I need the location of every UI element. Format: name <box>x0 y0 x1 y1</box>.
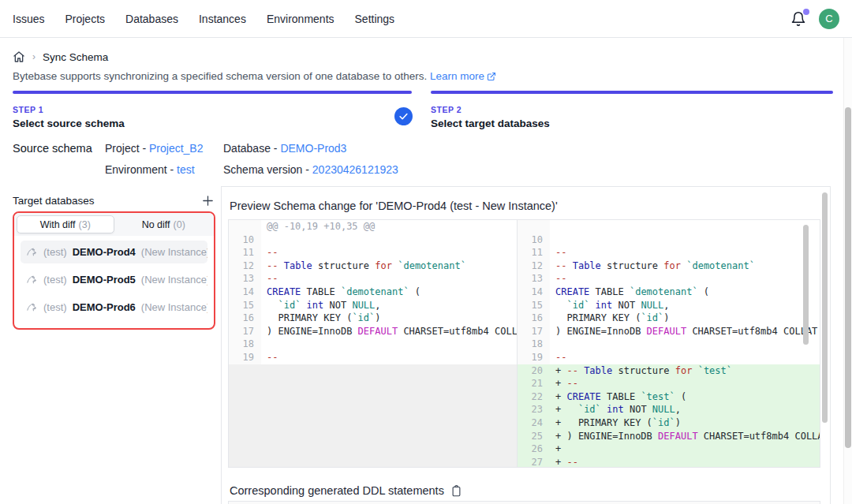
schema-version-link[interactable]: 20230426121923 <box>312 163 398 176</box>
step2-title: Select target databases <box>431 118 550 129</box>
db-env: (test) <box>43 274 67 286</box>
diff-line: 22+ CREATE TABLE `test` ( <box>518 390 820 404</box>
source-schema-label: Source schema <box>13 142 92 155</box>
diff-empty-region <box>229 364 517 467</box>
home-icon[interactable] <box>13 50 25 63</box>
db-name: DEMO-Prod5 <box>73 274 136 286</box>
diff-tabs: With diff (3) No diff (0) <box>14 213 214 236</box>
target-databases-title: Target databases <box>13 195 95 207</box>
diff-line: 11-- <box>229 246 517 259</box>
diff-line: 12-- Table structure for `demotenant` <box>229 259 517 273</box>
ddl-code-block-top <box>228 501 820 504</box>
nav-item-issues[interactable]: Issues <box>13 13 44 25</box>
diff-line: 17) ENGINE=InnoDB DEFAULT CHARSET=utf8mb… <box>518 325 820 338</box>
project-label: Project - <box>105 142 149 155</box>
tab-no-diff[interactable]: No diff (0) <box>116 215 212 233</box>
ddl-section-title: Corresponding generated DDL statements <box>230 484 462 497</box>
mysql-icon <box>26 301 38 313</box>
database-link[interactable]: DEMO-Prod3 <box>280 142 346 155</box>
avatar[interactable]: C <box>819 9 839 29</box>
diff-line: 18 <box>518 338 820 351</box>
source-database-field: Database - DEMO-Prod3 <box>223 142 346 155</box>
breadcrumb: › Sync Schema <box>13 50 108 63</box>
db-env: (test) <box>43 301 67 313</box>
mysql-icon <box>26 246 38 258</box>
diff-line: 12-- Table structure for `demotenant` <box>518 259 820 273</box>
diff-line: 21+ -- <box>518 377 820 390</box>
diff-line: 17) ENGINE=InnoDB DEFAULT CHARSET=utf8mb… <box>229 325 517 338</box>
db-item-demo-prod6[interactable]: (test)DEMO-Prod6(New Instance) <box>21 296 207 319</box>
intro-description: Bytebase supports synchronizing a specif… <box>13 70 427 82</box>
source-project-field: Project - Project_B2 <box>105 142 204 155</box>
diff-line: 26+ <box>518 442 820 456</box>
diff-pane-scrollbar[interactable] <box>803 225 809 345</box>
nav-item-instances[interactable]: Instances <box>199 13 246 25</box>
card-scrollbar[interactable] <box>822 192 828 423</box>
nav-item-settings[interactable]: Settings <box>355 13 395 25</box>
page-scrollbar-track <box>843 38 852 504</box>
project-link[interactable]: Project_B2 <box>149 142 203 155</box>
diff-line: 11-- <box>518 246 820 259</box>
learn-more-link[interactable]: Learn more <box>430 70 484 82</box>
intro-text: Bytebase supports synchronizing a specif… <box>13 70 496 84</box>
step1-title: Select source schema <box>13 118 125 129</box>
db-suffix: (New Instance) <box>141 301 207 313</box>
environment-link[interactable]: test <box>177 163 195 176</box>
navbar-right: C <box>790 9 839 29</box>
external-link-icon <box>487 72 496 84</box>
diff-line <box>518 220 820 233</box>
diff-line: 23+ `id` int NOT NULL, <box>518 403 820 416</box>
tab-no-diff-count: (0) <box>174 219 185 230</box>
preview-title: Preview Schema change for 'DEMO-Prod4 (t… <box>230 200 558 212</box>
target-databases-header: Target databases <box>13 192 215 208</box>
db-suffix: (New Instance) <box>141 274 207 286</box>
notification-dot <box>803 9 809 15</box>
diff-line: 15 `id` int NOT NULL, <box>229 299 517 312</box>
page-scrollbar-thumb[interactable] <box>845 107 851 448</box>
diff-line: 25+ ) ENGINE=InnoDB DEFAULT CHARSET=utf8… <box>518 430 820 443</box>
notification-bell-icon[interactable] <box>790 11 806 27</box>
source-environment-field: Environment - test <box>105 163 195 176</box>
step2-progress-bar <box>431 91 833 94</box>
copy-icon[interactable] <box>450 485 462 497</box>
target-database-list: (test)DEMO-Prod4(New Instance)(test)DEMO… <box>14 241 214 319</box>
breadcrumb-page-title: Sync Schema <box>43 51 108 63</box>
diff-line: 24+ PRIMARY KEY (`id`) <box>518 416 820 430</box>
tab-with-diff-count: (3) <box>79 219 91 230</box>
diff-line: 20+ -- Table structure for `test` <box>518 364 820 378</box>
ddl-title-text: Corresponding generated DDL statements <box>230 484 444 497</box>
tab-with-diff[interactable]: With diff (3) <box>17 215 114 233</box>
db-item-demo-prod4[interactable]: (test)DEMO-Prod4(New Instance) <box>21 241 207 263</box>
nav-item-projects[interactable]: Projects <box>65 13 105 25</box>
nav-item-databases[interactable]: Databases <box>125 13 178 25</box>
mysql-icon <box>26 274 38 286</box>
preview-card: Preview Schema change for 'DEMO-Prod4 (t… <box>221 186 831 504</box>
step1-progress-bar <box>13 91 412 94</box>
schema-version-label: Schema version - <box>223 163 312 176</box>
diff-line: 18 <box>229 338 517 351</box>
db-env: (test) <box>43 246 67 258</box>
db-name: DEMO-Prod4 <box>73 246 136 258</box>
step2-block: STEP 2 Select target databases <box>431 105 550 129</box>
tab-no-diff-label: No diff <box>142 219 170 230</box>
diff-line: 13-- <box>229 272 517 286</box>
diff-hunk-header: @@ -10,19 +10,35 @@ <box>229 220 517 233</box>
diff-pane-modified: 1011--12-- Table structure for `demotena… <box>518 220 820 467</box>
diff-line: 10 <box>518 233 820 247</box>
diff-line: 14CREATE TABLE `demotenant` ( <box>518 286 820 299</box>
environment-label: Environment - <box>105 163 177 176</box>
diff-line: 14CREATE TABLE `demotenant` ( <box>229 286 517 299</box>
schema-diff-editor[interactable]: @@ -10,19 +10,35 @@1011--12-- Table stru… <box>228 219 820 468</box>
db-suffix: (New Instance) <box>141 246 207 258</box>
diff-line: 13-- <box>518 272 820 286</box>
chevron-right-icon: › <box>32 51 36 62</box>
tab-with-diff-label: With diff <box>40 219 76 230</box>
db-item-demo-prod5[interactable]: (test)DEMO-Prod5(New Instance) <box>21 268 207 291</box>
diff-line: 19-- <box>229 351 517 364</box>
diff-line: 27+ -- <box>518 456 820 467</box>
top-navbar: IssuesProjectsDatabasesInstancesEnvironm… <box>0 0 852 38</box>
add-target-database-button[interactable] <box>200 192 215 208</box>
diff-pane-original: @@ -10,19 +10,35 @@1011--12-- Table stru… <box>229 220 518 467</box>
nav-item-environments[interactable]: Environments <box>267 13 334 25</box>
source-version-field: Schema version - 20230426121923 <box>223 163 398 176</box>
